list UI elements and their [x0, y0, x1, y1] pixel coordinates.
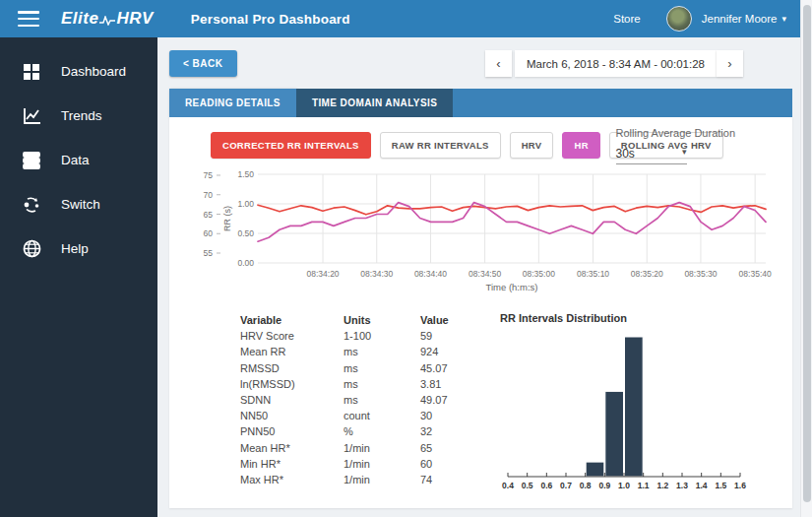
svg-text:75: 75 — [204, 170, 214, 180]
svg-text:08:34:40: 08:34:40 — [414, 269, 447, 279]
rolling-average-control: Rolling Average Duration 30s ▾ — [616, 127, 735, 164]
svg-text:0.4: 0.4 — [502, 481, 514, 490]
sidebar-item-data[interactable]: Data — [0, 138, 157, 182]
svg-text:1.00: 1.00 — [237, 199, 254, 209]
page-title: Personal Pro Dashboard — [191, 12, 350, 27]
svg-text:1.50: 1.50 — [237, 169, 254, 179]
globe-icon — [22, 239, 41, 259]
scrollbar-track[interactable] — [800, 0, 812, 517]
variables-table: VariableUnitsValueHRV Score1-10059Mean R… — [240, 312, 486, 505]
elitehrv-logo: Elite HRV — [61, 9, 154, 29]
reading-date-label: March 6, 2018 - 8:34 AM - 00:01:28 — [515, 50, 717, 77]
date-navigation: ‹ March 6, 2018 - 8:34 AM - 00:01:28 › — [485, 50, 743, 77]
menu-icon[interactable] — [18, 11, 39, 27]
sidebar-item-dashboard[interactable]: Dashboard — [0, 49, 157, 94]
svg-text:08:34:20: 08:34:20 — [307, 269, 340, 279]
database-icon — [22, 151, 41, 170]
trends-chart-icon — [22, 106, 41, 126]
svg-text:0.7: 0.7 — [560, 481, 572, 490]
sidebar-item-label: Dashboard — [61, 64, 126, 79]
svg-text:0.6: 0.6 — [540, 481, 552, 490]
table-row: Mean HR*1/min65 — [240, 440, 486, 456]
sidebar-item-label: Switch — [61, 197, 100, 212]
toggle-raw-rr-intervals[interactable]: RAW RR INTERVALS — [380, 132, 501, 159]
toggle-hr[interactable]: HR — [562, 132, 599, 159]
svg-text:0.9: 0.9 — [598, 481, 610, 490]
svg-text:08:35:30: 08:35:30 — [684, 269, 717, 279]
user-menu[interactable]: Jennifer Moore ▾ — [702, 13, 786, 25]
sidebar-item-help[interactable]: Help — [0, 226, 157, 271]
chevron-down-icon: ▾ — [682, 147, 687, 161]
rolling-average-select[interactable]: 30s ▾ — [616, 147, 687, 164]
svg-text:60: 60 — [204, 228, 214, 238]
sidebar-item-label: Data — [61, 153, 90, 167]
main-content: < BACK ‹ March 6, 2018 - 8:34 AM - 00:01… — [157, 37, 800, 517]
svg-text:1.1: 1.1 — [638, 481, 650, 490]
table-row: SDNNms49.07 — [240, 392, 486, 408]
svg-text:RR (s): RR (s) — [222, 206, 232, 231]
table-row: Max HR*1/min74 — [240, 472, 486, 487]
logo-text-hrv: HRV — [116, 9, 153, 29]
svg-text:1.5: 1.5 — [715, 481, 726, 490]
svg-text:0.50: 0.50 — [237, 228, 254, 238]
svg-text:0.8: 0.8 — [580, 481, 592, 490]
avatar[interactable] — [666, 6, 692, 32]
svg-text:0.00: 0.00 — [237, 258, 254, 268]
prev-reading-button[interactable]: ‹ — [485, 50, 512, 77]
chevron-down-icon: ▾ — [781, 14, 786, 24]
svg-text:55: 55 — [204, 248, 214, 258]
svg-text:08:35:00: 08:35:00 — [523, 269, 555, 279]
logo-text-elite: Elite — [61, 9, 98, 29]
svg-text:65: 65 — [204, 210, 214, 220]
top-bar: Elite HRV Personal Pro Dashboard Store J… — [0, 0, 800, 37]
table-header-row: VariableUnitsValue — [240, 312, 486, 328]
user-name: Jennifer Moore — [702, 13, 778, 25]
table-row: HRV Score1-10059 — [240, 328, 486, 344]
svg-text:08:35:40: 08:35:40 — [739, 269, 772, 279]
toggle-hrv[interactable]: HRV — [510, 132, 554, 159]
table-row: NN50count30 — [240, 408, 486, 423]
sidebar-item-switch[interactable]: Switch — [0, 182, 157, 226]
sidebar-item-label: Trends — [61, 108, 102, 123]
table-row: ln(RMSSD)ms3.81 — [240, 376, 486, 392]
svg-text:1.2: 1.2 — [656, 481, 668, 490]
analysis-panel: CORRECTED RR INTERVALSRAW RR INTERVALSHR… — [169, 117, 792, 508]
rr-hr-line-chart: 55606570750.000.501.001.50RR (s)08:34:20… — [197, 166, 792, 298]
tab-time-domain-analysis[interactable]: TIME DOMAIN ANALYSIS — [296, 89, 453, 117]
toolbar: < BACK ‹ March 6, 2018 - 8:34 AM - 00:01… — [157, 37, 800, 89]
table-row: PNN50%32 — [240, 423, 486, 439]
svg-text:0.5: 0.5 — [522, 481, 533, 490]
tab-reading-details[interactable]: READING DETAILS — [169, 89, 296, 117]
rolling-average-label: Rolling Average Duration — [616, 127, 735, 139]
svg-text:70: 70 — [204, 190, 214, 200]
switch-users-icon — [22, 195, 41, 215]
sidebar-item-label: Help — [61, 241, 89, 256]
svg-text:08:35:20: 08:35:20 — [631, 269, 663, 279]
rolling-average-value: 30s — [616, 147, 635, 161]
next-reading-button[interactable]: › — [717, 50, 743, 77]
table-row: Min HR*1/min60 — [240, 456, 486, 472]
table-row: Mean RRms924 — [240, 344, 486, 359]
grid-icon — [22, 62, 41, 82]
sidebar-item-trends[interactable]: Trends — [0, 94, 157, 138]
sidebar: DashboardTrendsDataSwitchHelp — [0, 37, 157, 517]
table-row: RMSSDms45.07 — [240, 360, 486, 376]
back-button[interactable]: < BACK — [169, 50, 237, 77]
svg-text:08:34:50: 08:34:50 — [468, 269, 501, 279]
svg-text:08:34:30: 08:34:30 — [360, 269, 393, 279]
rr-distribution-chart: RR Intervals Distribution 0.40.50.60.70.… — [500, 312, 754, 505]
svg-text:1.4: 1.4 — [696, 481, 708, 490]
heartbeat-icon — [99, 16, 115, 26]
tab-strip: READING DETAILSTIME DOMAIN ANALYSIS — [169, 89, 792, 117]
svg-text:08:35:10: 08:35:10 — [577, 269, 609, 279]
scrollbar-thumb[interactable] — [803, 5, 811, 502]
svg-text:1.6: 1.6 — [734, 481, 746, 490]
toggle-corrected-rr-intervals[interactable]: CORRECTED RR INTERVALS — [211, 132, 371, 159]
store-link[interactable]: Store — [613, 13, 641, 25]
svg-text:Time (h:m:s): Time (h:m:s) — [486, 282, 538, 292]
distribution-title: RR Intervals Distribution — [500, 312, 754, 324]
svg-text:1.3: 1.3 — [676, 481, 688, 490]
svg-text:1.0: 1.0 — [618, 481, 630, 490]
